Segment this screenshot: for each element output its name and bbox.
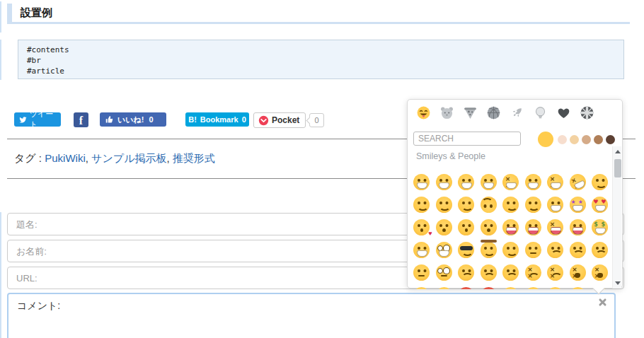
emoji-kissing-face-with-closed-eyes[interactable] — [478, 216, 500, 238]
code-block: #contents #br #article — [18, 40, 624, 79]
skin-tone-1[interactable] — [538, 132, 553, 147]
emoji-confused-face[interactable] — [455, 261, 478, 284]
emoji-grinning-face-smiling-eyes[interactable] — [455, 170, 478, 193]
scroll-up-button[interactable] — [613, 146, 622, 157]
emoji-face-with-monocle[interactable] — [433, 261, 456, 284]
thumbs-up-icon — [105, 115, 114, 124]
emoji-smiling-face-with-heart-eyes[interactable] — [589, 193, 611, 216]
scroll-down-button[interactable] — [613, 278, 622, 289]
emoji-pensive-face[interactable] — [567, 238, 590, 261]
category-tab-food-drink[interactable] — [463, 105, 478, 120]
emoji-face-with-tears-of-joy[interactable] — [544, 170, 567, 193]
tag-link-3[interactable]: 推奨形式 — [173, 152, 215, 164]
emoji-slightly-smiling-face[interactable] — [455, 193, 478, 216]
emoji-disappointed-face[interactable] — [544, 238, 567, 261]
emoji-nerd-face[interactable] — [433, 238, 456, 261]
category-tab-activity[interactable] — [486, 105, 501, 120]
like-count: 0 — [149, 115, 153, 124]
emoji-weary-face[interactable] — [589, 261, 611, 284]
arrow-down-icon — [615, 281, 621, 288]
emoji-search-input[interactable] — [413, 132, 521, 146]
tweet-button[interactable]: ツイート — [14, 112, 61, 127]
comment-textarea[interactable]: コメント: — [7, 293, 616, 338]
tag-link-1[interactable]: PukiWiki — [45, 152, 86, 164]
emoji-picker-close-icon[interactable] — [598, 298, 607, 307]
emoji-pouting-face[interactable] — [455, 284, 478, 289]
emoji-section-title: Smileys & People — [416, 151, 485, 161]
emoji-worried-face[interactable] — [589, 238, 611, 261]
emoji-face-without-mouth[interactable] — [500, 284, 522, 289]
emoji-winking-face-with-tongue[interactable] — [522, 216, 545, 238]
emoji-upside-down-face[interactable] — [478, 193, 500, 216]
emoji-face-with-tongue[interactable] — [567, 216, 590, 238]
page-left-accent — [0, 1, 1, 33]
category-tab-animals-nature[interactable] — [439, 105, 454, 120]
emoji-rolling-on-the-floor-laughing[interactable] — [567, 170, 590, 193]
emoji-star-struck[interactable] — [567, 193, 590, 216]
emoji-kissing-face-with-smiling-eyes[interactable] — [455, 216, 478, 238]
emoji-confounded-face[interactable] — [522, 261, 545, 284]
skin-tone-4[interactable] — [582, 135, 591, 144]
hatena-bookmark-button[interactable]: B! Bookmark 0 — [185, 112, 249, 127]
hatena-b-icon: B! — [188, 115, 197, 124]
section-heading: 設置例 — [7, 4, 630, 24]
emoji-zany-face[interactable] — [544, 193, 567, 216]
emoji-expressionless-face[interactable] — [544, 284, 567, 289]
category-tab-symbols[interactable] — [556, 105, 571, 120]
emoji-tired-face[interactable] — [567, 261, 590, 284]
tag-link-2[interactable]: サンプル掲示板 — [91, 152, 166, 164]
skin-tone-2[interactable] — [558, 135, 567, 144]
pocket-button[interactable]: Pocket — [253, 112, 306, 128]
emoji-picker: Smileys & People — [407, 99, 623, 289]
emoji-beaming-face[interactable] — [478, 170, 500, 193]
emoji-face-savoring-food[interactable] — [500, 216, 522, 238]
emoji-smiling-face-with-halo[interactable] — [433, 193, 456, 216]
emoji-winking-face[interactable] — [500, 193, 522, 216]
scroll-thumb[interactable] — [614, 159, 621, 177]
emoji-cowboy-hat-face[interactable] — [478, 238, 500, 261]
emoji-smiling-face[interactable] — [589, 170, 611, 193]
emoji-angry-face[interactable] — [433, 284, 456, 289]
facebook-f-icon: f — [79, 115, 83, 127]
emoji-kissing-face[interactable] — [433, 216, 456, 238]
emoji-frowning-face[interactable] — [500, 261, 522, 284]
emoji-smiling-face-with-sunglasses[interactable] — [455, 238, 478, 261]
tags-label: タグ : — [14, 152, 42, 164]
emoji-face-blowing-a-kiss[interactable] — [410, 216, 433, 238]
tweet-label: ツイート — [30, 109, 56, 130]
emoji-face-with-steam-from-nose[interactable] — [410, 284, 433, 289]
category-tab-smileys-people[interactable] — [416, 105, 431, 120]
category-tab-flags[interactable] — [580, 105, 594, 120]
emoji-neutral-face[interactable] — [522, 284, 545, 289]
emoji-unamused-face[interactable] — [522, 238, 545, 261]
category-tab-objects[interactable] — [533, 105, 548, 120]
scrollbar[interactable] — [612, 146, 621, 289]
emoji-grinning-face-big-eyes[interactable] — [433, 170, 456, 193]
skin-tone-3[interactable] — [570, 135, 579, 144]
emoji-grinning-face[interactable] — [410, 170, 433, 193]
emoji-slightly-frowning-face[interactable] — [478, 261, 500, 284]
emoji-persevering-face[interactable] — [544, 261, 567, 284]
emoji-relieved-face[interactable] — [522, 193, 545, 216]
pocket-icon — [258, 115, 269, 126]
skin-tone-selector — [538, 131, 617, 148]
emoji-smiling-face-with-smiling-eyes[interactable] — [410, 193, 433, 216]
emoji-hugging-face[interactable] — [410, 238, 433, 261]
emoji-grinning-squinting-face[interactable] — [500, 170, 522, 193]
emoji-list — [408, 165, 611, 289]
emoji-money-mouth-face[interactable] — [589, 216, 611, 238]
emoji-squinting-face-with-tongue[interactable] — [544, 216, 567, 238]
category-tab-travel-places[interactable] — [510, 105, 524, 120]
emoji-smirking-face[interactable] — [500, 238, 522, 261]
tags-row: タグ : PukiWiki, サンプル掲示板, 推奨形式 — [14, 152, 215, 165]
emoji-grinning-face-with-sweat[interactable] — [522, 170, 545, 193]
category-tabs — [416, 105, 594, 120]
facebook-button[interactable]: f — [74, 112, 88, 127]
facebook-like-button[interactable]: いいね! 0 — [100, 112, 166, 127]
emoji-face-with-symbols-on-mouth[interactable] — [478, 284, 500, 289]
emoji-face-with-raised-eyebrow[interactable] — [410, 261, 433, 284]
emoji-face-with-rolling-eyes[interactable] — [567, 284, 590, 289]
emoji-grid — [410, 170, 611, 289]
skin-tone-5[interactable] — [594, 135, 603, 144]
skin-tone-6[interactable] — [606, 135, 615, 144]
